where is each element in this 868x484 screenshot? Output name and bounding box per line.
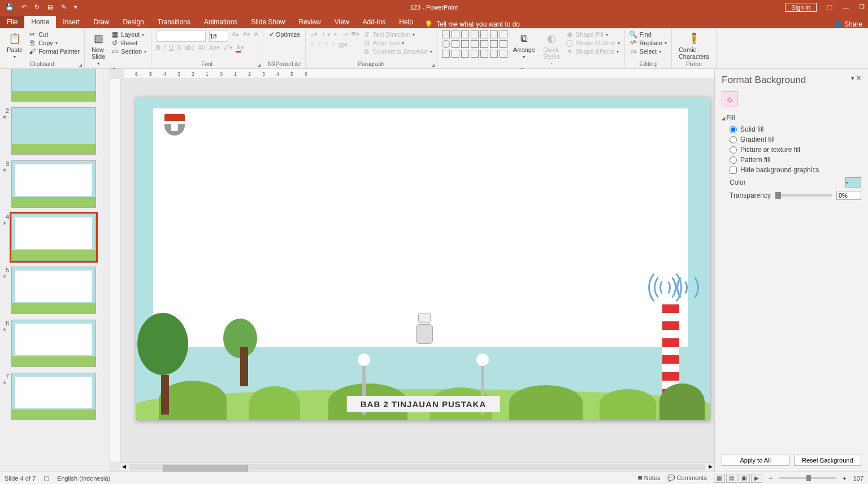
zoom-in-icon[interactable]: + [843,475,846,482]
tab-insert[interactable]: Insert [56,16,86,28]
numbering-icon[interactable]: ⒈▾ [321,30,331,39]
pattern-fill-option[interactable]: Pattern fill [730,156,861,164]
format-painter-button[interactable]: 🖌Format Painter [28,47,80,55]
pane-menu-icon[interactable]: ▾ ✕ [851,75,861,86]
replace-button[interactable]: ᵃ⁄ᵇReplace [630,39,667,47]
bold-button[interactable]: B [156,44,160,51]
horizontal-scrollbar[interactable]: ◀ ▶ [120,463,714,472]
font-size-input[interactable] [209,30,228,42]
shape-fill-button[interactable]: ◉Shape Fill [566,30,620,38]
minimize-icon[interactable]: — [843,4,849,11]
underline-button[interactable]: U [169,44,173,51]
align-right-icon[interactable]: ≡ [324,41,328,49]
share-button[interactable]: 👤 Share [834,20,868,28]
slideshow-view-icon[interactable]: ▶ [751,474,762,483]
paste-button[interactable]: 📋 Paste▾ [5,30,25,60]
reading-view-icon[interactable]: ▣ [739,474,750,483]
increase-font-icon[interactable]: A▴ [232,30,239,42]
maximize-icon[interactable]: ❐ [859,3,865,11]
save-icon[interactable]: 💾 [6,3,14,11]
transparency-input[interactable] [836,191,861,200]
tab-review[interactable]: Review [292,16,327,28]
sign-in-button[interactable]: Sign in [785,3,817,12]
quick-styles-button[interactable]: ◐Quick Styles▾ [541,30,562,67]
comic-characters-button[interactable]: 🧍Comic Characters [676,30,711,61]
find-button[interactable]: 🔍Find [630,30,667,38]
notes-button[interactable]: ≣ Notes [637,474,661,482]
redo-icon[interactable]: ↻ [34,3,40,11]
indent-inc-icon[interactable]: ⇥ [342,30,348,39]
fill-header[interactable]: Fill [722,114,861,121]
font-name-input[interactable] [156,30,206,42]
spellcheck-icon[interactable]: ▢ [44,474,49,482]
slide[interactable]: BAB 2 TINJAUAN PUSTAKA [136,97,710,420]
case-button[interactable]: Aa▾ [209,44,220,51]
slide-thumbnails[interactable]: 1 2★ 3★ 4★ 5★ 6★ 7★ [0,69,110,472]
tab-addins[interactable]: Add-ins [356,16,393,28]
reset-button[interactable]: ↺Reset [111,39,146,47]
strike-button[interactable]: S [177,44,181,51]
fill-section[interactable]: Fill Solid fill Gradient fill Picture or… [722,114,861,203]
copy-button[interactable]: ⎘Copy [28,39,80,47]
zoom-level[interactable]: 107 [853,475,863,482]
thumb-2[interactable] [11,107,96,155]
reset-background-button[interactable]: Reset Background [794,455,862,466]
color-picker[interactable] [845,177,861,188]
cut-button[interactable]: ✂Cut [28,30,80,38]
bullets-icon[interactable]: ≡▾ [310,30,317,39]
thumb-7[interactable] [11,373,96,420]
slide-indicator[interactable]: Slide 4 of 7 [5,475,36,482]
indent-dec-icon[interactable]: ⇤ [334,30,339,39]
paragraph-launcher-icon[interactable]: ◢ [431,63,435,68]
section-button[interactable]: ▭Section [111,47,146,55]
optimize-button[interactable]: ✔Optimize [268,30,300,38]
tab-draw[interactable]: Draw [86,16,116,28]
arrange-button[interactable]: ⧉Arrange▾ [511,30,537,60]
highlight-button[interactable]: 🖍▾ [223,44,233,51]
new-slide-button[interactable]: ▧ New Slide▾ [89,30,107,67]
clipboard-launcher-icon[interactable]: ◢ [79,63,82,68]
touch-mode-icon[interactable]: ✎ [61,3,66,11]
tab-home[interactable]: Home [24,16,56,28]
thumb-4[interactable] [11,213,96,261]
zoom-out-icon[interactable]: − [769,475,772,482]
sorter-view-icon[interactable]: ▤ [726,474,737,483]
italic-button[interactable]: I [164,44,166,51]
tab-view[interactable]: View [328,16,356,28]
thumb-1[interactable] [11,69,96,102]
ribbon-display-icon[interactable]: ⬚ [827,3,832,11]
align-text-button[interactable]: ⊟Align Text [363,39,432,47]
spacing-button[interactable]: AV [198,44,206,51]
thumb-6[interactable] [11,320,96,367]
shape-effects-button[interactable]: ✦Shape Effects [566,47,620,55]
layout-button[interactable]: ▦Layout [111,30,146,38]
tab-help[interactable]: Help [392,16,420,28]
normal-view-icon[interactable]: ▦ [714,474,725,483]
zoom-slider[interactable] [779,477,836,479]
align-center-icon[interactable]: ≡ [318,41,321,49]
text-direction-button[interactable]: ⇵Text Direction [363,30,432,38]
columns-icon[interactable]: ▥▾ [338,41,348,49]
shadow-button[interactable]: abc [184,44,194,51]
tab-slideshow[interactable]: Slide Show [244,16,292,28]
shape-outline-button[interactable]: ◯Shape Outline [566,39,620,47]
transparency-slider[interactable] [775,194,832,197]
align-left-icon[interactable]: ≡ [310,41,314,49]
tell-me[interactable]: 💡 Tell me what you want to do [424,20,520,28]
picture-fill-option[interactable]: Picture or texture fill [730,146,861,154]
tab-file[interactable]: File [0,16,24,28]
clear-format-icon[interactable]: A̷ [254,30,258,42]
thumb-5[interactable] [11,267,96,314]
comments-button[interactable]: 💬 Comments [667,474,707,482]
hide-bg-graphics-checkbox[interactable]: Hide background graphics [730,166,861,174]
tab-animations[interactable]: Animations [197,16,244,28]
justify-icon[interactable]: ≡ [331,41,335,49]
tab-transitions[interactable]: Transitions [151,16,197,28]
language-indicator[interactable]: English (Indonesia) [57,475,110,482]
line-spacing-icon[interactable]: ≣▾ [351,30,359,39]
thumb-3[interactable] [11,160,96,208]
apply-to-all-button[interactable]: Apply to All [722,455,789,466]
start-show-icon[interactable]: ▤ [47,3,53,11]
font-color-button[interactable]: A▾ [236,44,244,51]
gradient-fill-option[interactable]: Gradient fill [730,136,861,143]
